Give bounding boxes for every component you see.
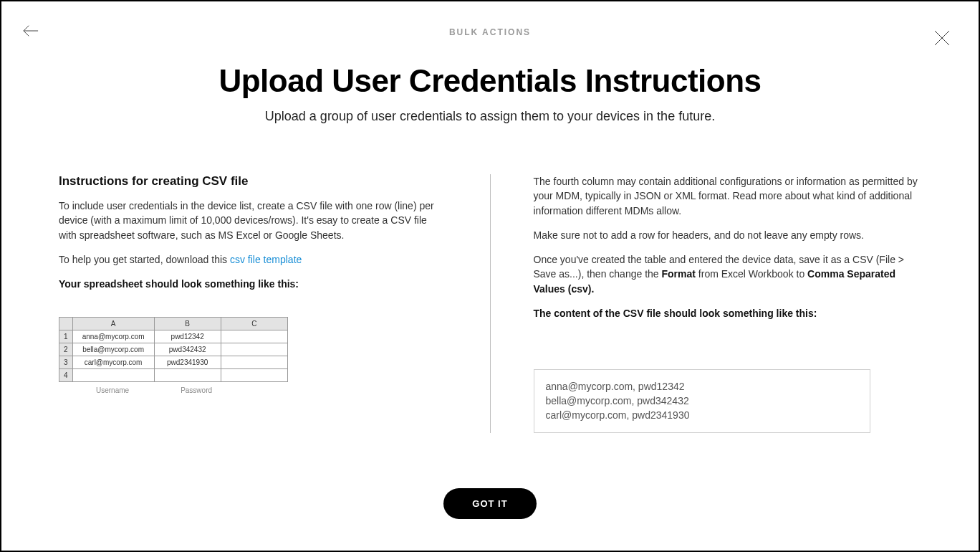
csv-preview-box: anna@mycorp.com, pwd12342 bella@mycorp.c… bbox=[534, 369, 870, 433]
cell bbox=[221, 343, 287, 356]
cell bbox=[221, 330, 287, 343]
got-it-button[interactable]: GOT IT bbox=[443, 488, 536, 519]
sheet-label-username: Username bbox=[96, 386, 129, 394]
cell bbox=[221, 369, 287, 382]
right-column: The fourth column may contain additional… bbox=[534, 174, 922, 433]
csv-hint: The content of the CSV file should look … bbox=[534, 306, 922, 320]
eyebrow-label: BULK ACTIONS bbox=[1, 27, 979, 37]
spreadsheet-mock: A B C 1 anna@mycorp.com pwd12342 2 bella… bbox=[59, 317, 288, 394]
cell: carl@mycorp.com bbox=[72, 356, 154, 369]
back-arrow-icon[interactable] bbox=[23, 24, 39, 40]
p3b: Format bbox=[662, 268, 696, 280]
csv-line: anna@mycorp.com, pwd12342 bbox=[546, 380, 858, 394]
sheet-row: 3 carl@mycorp.com pwd2341930 bbox=[59, 356, 288, 369]
close-icon[interactable] bbox=[934, 30, 950, 49]
sheet-corner bbox=[59, 318, 73, 330]
instructions-paragraph-1: To include user credentials in the devic… bbox=[59, 199, 447, 242]
right-paragraph-1: The fourth column may contain additional… bbox=[534, 174, 922, 218]
sheet-row: 1 anna@mycorp.com pwd12342 bbox=[59, 330, 288, 343]
sheet-col-c: C bbox=[221, 318, 287, 330]
page-title: Upload User Credentials Instructions bbox=[1, 63, 979, 99]
sheet-label-password: Password bbox=[181, 386, 212, 394]
sheet-row: 4 bbox=[59, 369, 288, 382]
cell bbox=[72, 369, 154, 382]
sheet-col-a: A bbox=[72, 318, 154, 330]
csv-line: bella@mycorp.com, pwd342432 bbox=[546, 394, 858, 409]
instructions-paragraph-2: To help you get started, download this c… bbox=[59, 252, 447, 267]
cell: pwd342432 bbox=[154, 343, 221, 356]
section-heading: Instructions for creating CSV file bbox=[59, 174, 447, 189]
right-paragraph-2: Make sure not to add a row for headers, … bbox=[534, 228, 922, 242]
left-column: Instructions for creating CSV file To in… bbox=[59, 174, 491, 433]
row-num: 1 bbox=[59, 330, 73, 343]
spreadsheet-hint: Your spreadsheet should look something l… bbox=[59, 277, 447, 291]
right-paragraph-3: Once you've created the table and entere… bbox=[534, 252, 922, 296]
cell bbox=[221, 356, 287, 369]
cell: pwd12342 bbox=[154, 330, 221, 343]
cell: anna@mycorp.com bbox=[72, 330, 154, 343]
page-subtitle: Upload a group of user credentials to as… bbox=[1, 109, 979, 124]
p2-prefix: To help you get started, download this bbox=[59, 254, 230, 265]
cell: pwd2341930 bbox=[154, 356, 221, 369]
sheet-row: 2 bella@mycorp.com pwd342432 bbox=[59, 343, 288, 356]
sheet-col-b: B bbox=[154, 318, 221, 330]
p3c: from Excel Workbook to bbox=[696, 268, 807, 280]
csv-line: carl@mycorp.com, pwd2341930 bbox=[546, 409, 858, 423]
cell bbox=[154, 369, 221, 382]
row-num: 2 bbox=[59, 343, 73, 356]
cell: bella@mycorp.com bbox=[72, 343, 154, 356]
row-num: 4 bbox=[59, 369, 73, 382]
row-num: 3 bbox=[59, 356, 73, 369]
csv-template-link[interactable]: csv file template bbox=[230, 254, 302, 265]
